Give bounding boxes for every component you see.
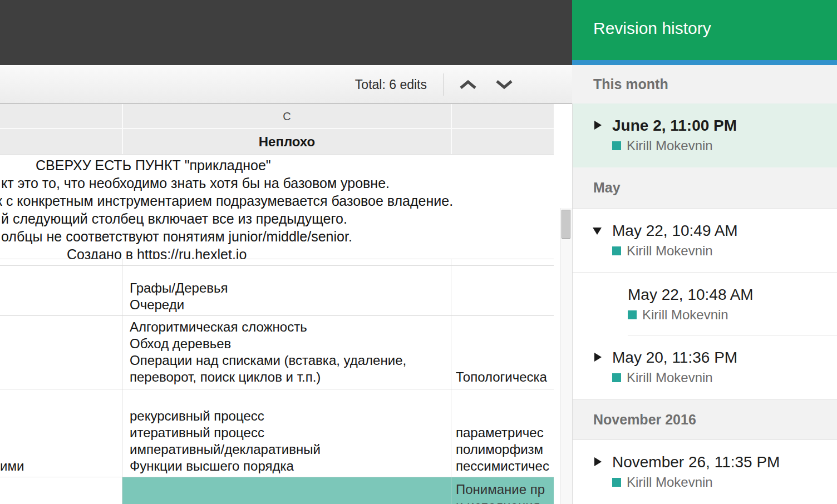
revision-date[interactable]: June 2, 11:00 PM [612,116,737,135]
revision-date[interactable]: November 26, 11:35 PM [612,453,780,472]
cell-line: пессимистичес [456,458,554,475]
cell-highlighted [122,477,451,504]
author-name: Kirill Mokevnin [627,370,713,386]
expand-right-icon[interactable] [594,353,602,362]
revision-entry-november-26[interactable]: November 26, 11:35 PM Kirill Mokevnin [572,440,837,504]
revision-entry-may-20[interactable]: May 20, 11:36 PM Kirill Mokevnin [572,335,837,399]
revision-date[interactable]: May 22, 10:48 AM [628,285,754,304]
author-color-swatch [612,246,621,255]
cell [122,259,451,265]
revision-author-row: Kirill Mokevnin [612,475,713,490]
cell-line: Функции высшего порядка [130,458,451,475]
cell-neplokho: Неплохо [122,129,451,154]
author-name: Kirill Mokevnin [627,243,713,259]
cell [0,129,122,154]
author-name: Kirill Mokevnin [642,307,728,323]
note-line: кт это то, что необходимо знать хотя бы … [1,175,390,191]
spreadsheet-grid: C Неплохо СВЕРХУ ЕСТЬ ПУНКТ "прикладное"… [0,104,572,504]
table-row: Алгоритмическая сложность Обход деревьев… [0,316,554,389]
chevron-up-icon [459,80,477,90]
note-line: й следующий столбец включает все из пред… [1,210,347,227]
app-topbar [0,0,572,65]
expand-right-icon[interactable] [594,457,602,466]
cell-line: императивный/декларативный [130,441,451,458]
cell: Топологическа [451,316,554,389]
sheet-scrollbar[interactable] [560,208,572,504]
revision-author-row: Kirill Mokevnin [612,370,713,386]
column-header-d [451,104,554,128]
cell: параметричес полиморфизм пессимистичес [451,389,554,477]
column-header-row: C [0,104,554,129]
cell [0,477,122,504]
cell [451,266,554,315]
section-header-november-2016: November 2016 [572,399,837,440]
author-color-swatch [612,373,621,382]
cell-line: Понимание пр [456,481,554,498]
next-edit-button[interactable] [487,71,521,98]
expand-right-icon[interactable] [594,121,602,130]
revision-date[interactable]: May 22, 10:49 AM [612,221,738,240]
cell-line: параметричес [456,424,554,441]
note-line: Создано в https://ru.hexlet.io [67,246,247,259]
revision-entry-may-22-1049[interactable]: May 22, 10:49 AM Kirill Mokevnin [572,209,837,273]
column-header-a [0,104,122,128]
cell-line: ими [0,458,122,475]
column-header-c: C [122,104,451,128]
cell-line: итеративный процесс [130,424,451,441]
table-row [0,259,554,266]
cell: Алгоритмическая сложность Обход деревьев… [122,316,451,389]
cell: ими [0,389,122,477]
sheet-region: Total: 6 edits C Неплохо [0,0,572,504]
toolbar-divider [444,73,444,96]
accent-bar-horizontal [572,60,837,65]
cell: Графы/Деревья Очереди [122,266,451,315]
cell-line: Операции над списками (вставка, удаление… [130,352,451,369]
diff-navigation-toolbar: Total: 6 edits [0,65,572,104]
cell-line: Топологическа [456,369,554,386]
author-name: Kirill Mokevnin [627,138,713,154]
revision-author-row: Kirill Mokevnin [612,243,713,259]
cell [0,316,122,389]
note-line: к с конкретным инструментарием подразуме… [0,192,453,209]
panel-title: Revision history [572,0,837,38]
total-edits-label: Total: 6 edits [355,77,427,92]
revision-author-row: Kirill Mokevnin [628,307,728,323]
author-name: Kirill Mokevnin [627,475,713,490]
panel-header: Revision history [572,0,837,60]
section-header-this-month: This month [572,65,837,103]
sheet-scrollbar-thumb[interactable] [562,210,570,239]
cell: рекурсивный процесс итеративный процесс … [122,389,451,477]
chevron-down-icon [495,80,513,90]
section-header-may: May [572,167,837,209]
cell [0,259,122,265]
author-color-swatch [612,478,621,487]
cell-line: Алгоритмическая сложность [130,319,451,335]
cell-line: рекурсивный процесс [130,408,451,424]
revision-subentry-may-22-1048[interactable]: May 22, 10:48 AM Kirill Mokevnin [572,273,837,335]
cell-line: полиморфизм [456,441,554,458]
author-color-swatch [628,310,637,319]
sheet-title-row: Неплохо [0,129,554,155]
note-line: олбцы не соответствуют понятиям junior/m… [1,228,352,245]
collapse-down-icon[interactable] [593,228,602,235]
merged-note-block: СВЕРХУ ЕСТЬ ПУНКТ "прикладное" кт это то… [0,155,554,259]
cell [0,266,122,315]
cell [451,129,554,154]
table-row-highlighted: Понимание пр и исполнения [0,477,554,504]
author-color-swatch [612,141,621,150]
cell-line: и исполнения [456,498,554,504]
revision-author-row: Kirill Mokevnin [612,138,713,154]
table-row: ими рекурсивный процесс итеративный проц… [0,389,554,477]
table-row: Графы/Деревья Очереди [0,266,554,316]
revision-history-screen: Total: 6 edits C Неплохо [0,0,837,504]
revision-entry-june-2[interactable]: June 2, 11:00 PM Kirill Mokevnin [572,103,837,167]
revision-history-panel: Revision history This month June 2, 11:0… [572,0,837,504]
cell-line: Графы/Деревья [130,280,451,297]
cell [451,259,554,265]
revision-date[interactable]: May 20, 11:36 PM [612,348,737,367]
cell-line: переворот, поиск циклов и т.п.) [130,369,451,386]
cell-line: Очереди [130,297,451,313]
cell-highlighted: Понимание пр и исполнения [451,477,554,504]
previous-edit-button[interactable] [451,71,485,98]
cell-line: Обход деревьев [130,335,451,352]
